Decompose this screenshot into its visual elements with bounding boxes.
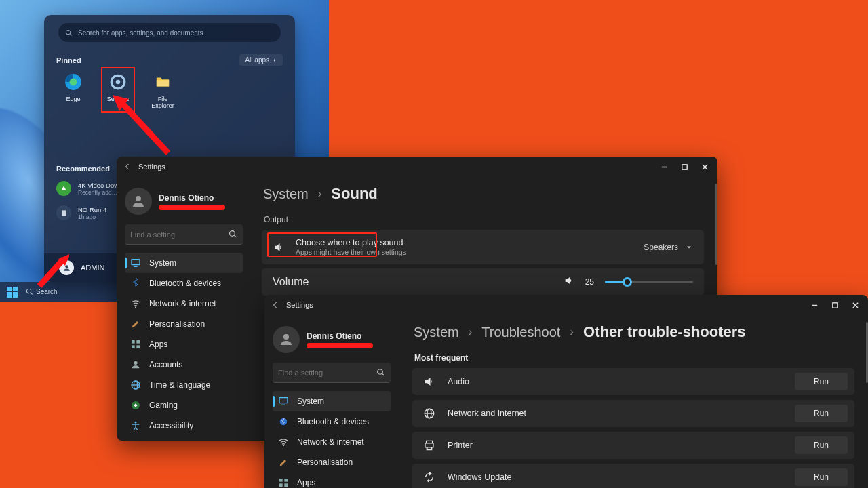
settings-window-troubleshoot: Settings Dennis Otieno System Bluetooth …	[264, 295, 868, 488]
maximize-button[interactable]	[674, 157, 694, 177]
minimize-button[interactable]	[804, 295, 825, 315]
svg-rect-22	[132, 340, 135, 344]
volume-slider[interactable]	[605, 281, 693, 283]
volume-value: 25	[585, 277, 594, 287]
system-icon	[278, 396, 289, 407]
back-icon[interactable]	[123, 163, 132, 171]
brush-icon	[278, 457, 289, 468]
volume-icon[interactable]	[564, 275, 574, 289]
nav-network[interactable]: Network & internet	[125, 293, 243, 314]
bluetooth-icon	[278, 416, 289, 427]
run-button[interactable]: Run	[795, 373, 848, 390]
svg-rect-42	[284, 479, 288, 482]
nav-gaming[interactable]: Gaming	[125, 395, 243, 415]
back-icon[interactable]	[271, 301, 279, 309]
nav-bluetooth[interactable]: Bluetooth & devices	[125, 273, 243, 293]
nav-bluetooth[interactable]: Bluetooth & devices	[273, 411, 391, 432]
nav-personalisation[interactable]: Personalisation	[125, 314, 243, 334]
svg-point-31	[135, 422, 137, 424]
find-setting[interactable]	[125, 224, 243, 245]
pin-file-explorer[interactable]: File Explorer	[146, 73, 180, 109]
svg-rect-25	[136, 345, 140, 348]
start-button[interactable]	[7, 287, 18, 298]
wifi-icon	[130, 298, 141, 309]
bluetooth-icon	[130, 278, 141, 289]
bc-sound: Sound	[331, 185, 377, 203]
find-setting[interactable]	[273, 363, 391, 383]
user-name: ADMIN	[81, 264, 104, 272]
system-icon	[130, 258, 141, 268]
ts-network: Network and Internet Run	[412, 400, 854, 427]
nav-privacy[interactable]: Privacy & security	[125, 436, 243, 441]
most-frequent-label: Most frequent	[414, 353, 854, 363]
pinned-label: Pinned	[56, 56, 81, 64]
svg-point-1	[70, 79, 77, 86]
svg-rect-24	[132, 345, 135, 348]
nav-apps[interactable]: Apps	[273, 472, 391, 488]
edge-icon	[64, 73, 83, 92]
person-icon	[130, 359, 141, 370]
all-apps-button[interactable]: All apps	[239, 54, 283, 66]
nav-accounts[interactable]: Accounts	[125, 354, 243, 375]
profile-name: Dennis Otieno	[159, 193, 225, 203]
output-card[interactable]: Choose where to play sound Apps might ha…	[262, 230, 704, 264]
output-label: Output	[264, 215, 704, 224]
svg-point-5	[65, 265, 68, 268]
taskbar-search[interactable]: Search	[26, 288, 58, 296]
svg-rect-19	[132, 260, 140, 265]
app-icon	[56, 181, 71, 196]
user-avatar[interactable]	[59, 260, 74, 275]
globe-icon	[130, 380, 141, 390]
pin-settings[interactable]: Settings	[101, 67, 135, 113]
svg-point-26	[134, 361, 137, 365]
globe-icon	[423, 407, 435, 420]
run-button[interactable]: Run	[795, 468, 848, 486]
doc-icon	[56, 205, 71, 220]
speaker-icon	[423, 375, 435, 388]
maximize-button[interactable]	[825, 295, 845, 315]
sidebar: Dennis Otieno System Bluetooth & devices…	[117, 178, 251, 441]
bc-system[interactable]: System	[263, 186, 309, 202]
apps-icon	[130, 339, 141, 350]
chevron-down-icon	[685, 243, 693, 251]
svg-rect-23	[136, 340, 140, 344]
close-button[interactable]	[845, 295, 865, 315]
nav-apps[interactable]: Apps	[125, 334, 243, 354]
find-setting-input[interactable]	[278, 369, 376, 377]
run-button[interactable]: Run	[795, 436, 848, 454]
nav-personalisation[interactable]: Personalisation	[273, 452, 391, 472]
nav-network[interactable]: Network & internet	[273, 432, 391, 452]
svg-rect-33	[832, 302, 837, 307]
nav-accessibility[interactable]: Accessibility	[125, 415, 243, 436]
bc-troubleshoot[interactable]: Troubleshoot	[481, 325, 560, 340]
volume-label: Volume	[273, 276, 309, 288]
profile-avatar[interactable]	[125, 188, 152, 215]
taskbar-search-label: Search	[36, 288, 58, 296]
start-search[interactable]: Search for apps, settings, and documents	[58, 23, 281, 42]
search-icon	[229, 230, 237, 239]
pin-edge[interactable]: Edge	[56, 73, 90, 109]
svg-point-36	[283, 334, 289, 340]
svg-point-18	[136, 196, 141, 201]
chevron-right-icon	[272, 58, 277, 63]
redacted-email	[159, 205, 225, 210]
bc-system[interactable]: System	[414, 325, 459, 340]
printer-icon	[423, 439, 435, 451]
close-button[interactable]	[694, 157, 715, 177]
nav-system[interactable]: System	[273, 391, 391, 411]
ts-audio: Audio Run	[412, 368, 854, 395]
taskbar: Search	[0, 282, 117, 302]
svg-rect-41	[279, 479, 283, 482]
svg-point-21	[135, 306, 136, 308]
wifi-icon	[278, 436, 289, 447]
nav-time[interactable]: Time & language	[125, 375, 243, 395]
minimize-button[interactable]	[654, 157, 674, 177]
svg-rect-44	[284, 483, 288, 487]
run-button[interactable]: Run	[795, 405, 848, 422]
nav-system[interactable]: System	[125, 253, 243, 273]
find-setting-input[interactable]	[130, 230, 229, 239]
ts-printer: Printer Run	[412, 432, 854, 459]
ts-windows-update: Windows Update Run	[412, 464, 854, 488]
profile-avatar[interactable]	[273, 326, 300, 353]
brush-icon	[130, 319, 141, 329]
